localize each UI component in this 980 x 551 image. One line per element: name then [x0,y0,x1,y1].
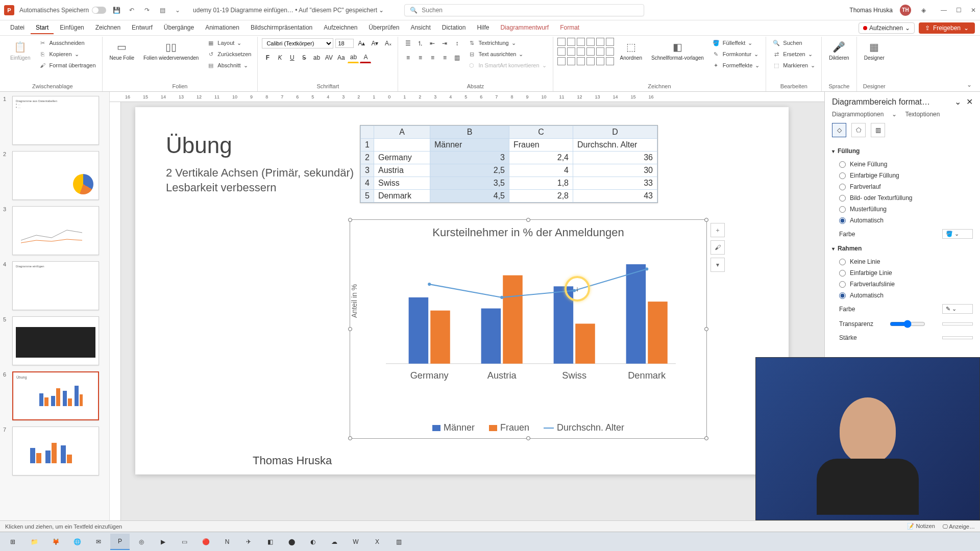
tab-ansicht[interactable]: Ansicht [405,22,435,34]
app-icon[interactable]: ◎ [132,534,151,550]
italic-button[interactable]: K [274,52,285,63]
width-input[interactable] [942,336,973,339]
border-section-header[interactable]: Rahmen [832,245,973,252]
display-settings-button[interactable]: 🖵 Anzeige… [942,523,975,530]
shape-effects-button[interactable]: ✦Formeffekte⌄ [710,60,762,70]
user-name[interactable]: Thomas Hruska [849,7,893,14]
thumb-2[interactable] [12,151,99,200]
chart-elements-button[interactable]: ＋ [710,223,725,237]
excel-icon[interactable]: X [368,534,387,550]
shapes-gallery[interactable] [557,38,614,65]
reset-button[interactable]: ↺Zurücksetzen [205,49,253,59]
numbering-button[interactable]: ⒈ [414,38,426,49]
chart-styles-button[interactable]: 🖌 [710,240,725,255]
thumb-1[interactable]: Diagramme aus Datentabellen• …• … [12,96,99,145]
thumb-4[interactable]: Diagramme einfügen [12,261,99,310]
border-option[interactable]: Automatisch [839,292,973,299]
cut-button[interactable]: ✂Ausschneiden [36,38,97,48]
app-icon[interactable]: ▥ [389,534,408,550]
chart-data-table[interactable]: A B C D 1 Männer Frauen Durchschn. Alter… [360,125,658,203]
strikethrough-button[interactable]: S̶ [299,52,310,63]
dictate-button[interactable]: 🎤Diktieren [826,38,852,63]
tab-ueberpruefen[interactable]: Überprüfen [363,22,404,34]
maximize-icon[interactable]: ☐ [956,7,962,14]
designer-button[interactable]: ▦Designer [861,38,888,63]
chrome-icon[interactable]: 🌐 [67,534,87,550]
new-slide-button[interactable]: ▭Neue Folie [107,38,137,63]
arrange-button[interactable]: ⬚Anordnen [617,38,645,63]
subtab-textoptionen[interactable]: Textoptionen [905,111,940,118]
fill-color-picker[interactable]: 🪣 ⌄ [942,229,973,239]
tab-aufzeichnen[interactable]: Aufzeichnen [318,22,362,34]
fill-option[interactable]: Keine Füllung [839,161,973,168]
tab-format[interactable]: Format [555,22,584,34]
select-button[interactable]: ⬚Markieren⌄ [770,60,817,70]
diamond-icon[interactable]: ◈ [918,5,928,15]
share-button[interactable]: ⇪Freigeben⌄ [919,22,975,34]
powerpoint-taskbar-icon[interactable]: P [110,534,130,550]
bold-button[interactable]: F [262,52,273,63]
search-box[interactable]: 🔍 [404,4,644,16]
format-painter-button[interactable]: 🖌Format übertragen [36,60,97,70]
toggle-switch-icon[interactable] [92,7,106,14]
user-avatar[interactable]: TH [900,5,911,16]
thumb-3[interactable] [12,206,99,255]
case-button[interactable]: Aa [335,52,347,63]
tab-hilfe[interactable]: Hilfe [472,22,494,34]
word-icon[interactable]: W [346,534,365,550]
align-right-button[interactable]: ≡ [427,52,438,63]
layout-button[interactable]: ▦Layout⌄ [205,38,253,48]
thumb-5[interactable] [12,316,99,365]
chart-object[interactable]: Kursteilnehmer in % der Anmeldungen Ante… [350,219,707,439]
start-from-beginning-icon[interactable]: ▤ [157,5,167,15]
size-tab-icon[interactable]: ▥ [871,123,885,137]
shape-fill-button[interactable]: 🪣Fülleffekt⌄ [710,38,762,48]
underline-button[interactable]: U [286,52,298,63]
highlight-button[interactable]: ab [348,52,359,63]
transparency-input[interactable] [942,322,973,325]
increase-font-icon[interactable]: A▴ [356,38,367,49]
border-option[interactable]: Einfarbige Linie [839,269,973,277]
onenote-icon[interactable]: N [217,534,237,550]
tab-diagrammentwurf[interactable]: Diagrammentwurf [495,22,554,34]
app-icon[interactable]: ▭ [175,534,194,550]
customize-qat-icon[interactable]: ⌄ [173,5,183,15]
tab-datei[interactable]: Datei [5,22,30,34]
app-icon[interactable]: ☁ [325,534,344,550]
columns-button[interactable]: ▥ [451,52,462,63]
thumb-7[interactable] [12,427,99,475]
font-color-button[interactable]: A [360,52,371,63]
record-button[interactable]: Aufzeichnen⌄ [859,22,915,34]
pane-close-icon[interactable]: ✕ [966,97,973,107]
document-title[interactable]: udemy 01-19 Diagramme einfügen… • Auf "d… [193,7,384,14]
align-center-button[interactable]: ≡ [414,52,426,63]
firefox-icon[interactable]: 🦊 [46,534,65,550]
bullets-button[interactable]: ☰ [402,38,413,49]
border-option[interactable]: Keine Linie [839,258,973,265]
tab-entwurf[interactable]: Entwurf [127,22,158,34]
tab-bildschirmpraesentation[interactable]: Bildschirmpräsentation [246,22,317,34]
tab-uebergaenge[interactable]: Übergänge [159,22,199,34]
tab-start[interactable]: Start [31,22,54,34]
chart-legend[interactable]: Männer Frauen Durchschn. Alter [350,422,706,433]
autosave-toggle[interactable]: Automatisches Speichern [19,7,106,14]
thumb-6[interactable]: Übung [12,371,99,420]
pane-options-icon[interactable]: ⌄ [954,97,961,107]
transparency-slider[interactable] [890,320,925,328]
decrease-font-icon[interactable]: A▾ [369,38,380,49]
collapse-ribbon-icon[interactable]: ⌄ [962,78,977,91]
effects-tab-icon[interactable]: ⬠ [851,123,866,137]
tab-dictation[interactable]: Dictation [437,22,471,34]
shadow-button[interactable]: ab [311,52,322,63]
tab-zeichnen[interactable]: Zeichnen [90,22,126,34]
app-icon[interactable]: ◐ [303,534,323,550]
increase-indent-button[interactable]: ⇥ [439,38,450,49]
paste-button[interactable]: 📋Einfügen [7,38,33,63]
app-icon[interactable]: ◧ [260,534,280,550]
app-icon[interactable]: ⬤ [282,534,301,550]
copy-button[interactable]: ⎘Kopieren⌄ [36,49,97,59]
shape-outline-button[interactable]: ✎Formkontur⌄ [710,49,762,59]
outlook-icon[interactable]: ✉ [89,534,108,550]
minimize-icon[interactable]: — [941,7,947,14]
file-explorer-icon[interactable]: 📁 [24,534,44,550]
